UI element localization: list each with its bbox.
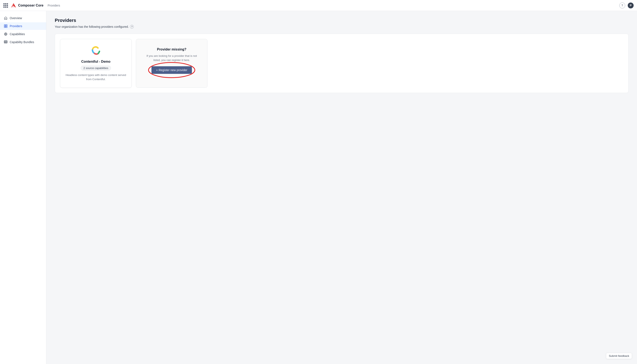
- grid-menu-icon[interactable]: [3, 3, 8, 8]
- sidebar-item-capability-bundles[interactable]: Capability Bundles: [0, 38, 46, 46]
- sidebar-item-providers[interactable]: Providers: [0, 22, 46, 30]
- avatar[interactable]: P: [628, 2, 634, 8]
- subtitle-help-icon[interactable]: ?: [130, 25, 134, 28]
- provider-badge: 2 source capabilities: [81, 66, 111, 70]
- missing-description: If you are looking for a provider that i…: [143, 54, 200, 62]
- providers-icon: [4, 24, 8, 28]
- home-icon: [4, 16, 8, 20]
- provider-card-contentful[interactable]: Contentful - Demo 2 source capabilities …: [60, 39, 132, 88]
- sidebar: Overview Providers: [0, 11, 46, 364]
- missing-provider-card: Provider missing? If you are looking for…: [136, 39, 207, 88]
- svg-point-8: [5, 34, 6, 35]
- contentful-logo-icon: [90, 46, 101, 56]
- providers-panel: Contentful - Demo 2 source capabilities …: [55, 34, 628, 93]
- svg-rect-6: [6, 26, 7, 28]
- page-subtitle-text: Your organization has the following prov…: [55, 25, 129, 28]
- topnav: Composer Core Providers ? P: [0, 0, 637, 11]
- sidebar-item-overview[interactable]: Overview: [0, 14, 46, 22]
- svg-rect-5: [4, 26, 6, 28]
- page-subtitle: Your organization has the following prov…: [55, 25, 628, 28]
- app-title: Composer Core: [18, 4, 43, 7]
- bundles-icon: [4, 40, 8, 44]
- svg-rect-3: [4, 24, 6, 26]
- provider-description: Headless content types with demo content…: [65, 73, 126, 81]
- breadcrumb: Providers: [48, 4, 60, 7]
- page-header: Providers Your organization has the foll…: [55, 18, 628, 28]
- missing-title: Provider missing?: [157, 48, 186, 51]
- help-icon[interactable]: ?: [619, 2, 625, 8]
- capabilities-icon: [4, 32, 8, 36]
- app-logo: Composer Core: [11, 2, 43, 8]
- sidebar-item-capabilities-label: Capabilities: [10, 32, 25, 36]
- logo-icon: [11, 2, 17, 8]
- svg-rect-14: [4, 40, 7, 42]
- svg-rect-13: [4, 41, 7, 43]
- sidebar-item-overview-label: Overview: [10, 16, 22, 20]
- submit-feedback-button[interactable]: Submit feedback: [606, 353, 632, 359]
- register-new-provider-button[interactable]: + Register new provider: [151, 66, 192, 74]
- svg-rect-4: [6, 24, 7, 26]
- register-btn-label: + Register new provider: [156, 68, 187, 72]
- provider-name: Contentful - Demo: [81, 60, 111, 64]
- main-content: Providers Your organization has the foll…: [46, 11, 637, 364]
- page-title: Providers: [55, 18, 628, 23]
- layout: Overview Providers: [0, 11, 637, 364]
- sidebar-item-capabilities[interactable]: Capabilities: [0, 30, 46, 38]
- sidebar-item-bundles-label: Capability Bundles: [10, 40, 34, 44]
- providers-grid: Contentful - Demo 2 source capabilities …: [60, 39, 623, 88]
- sidebar-item-providers-label: Providers: [10, 24, 22, 28]
